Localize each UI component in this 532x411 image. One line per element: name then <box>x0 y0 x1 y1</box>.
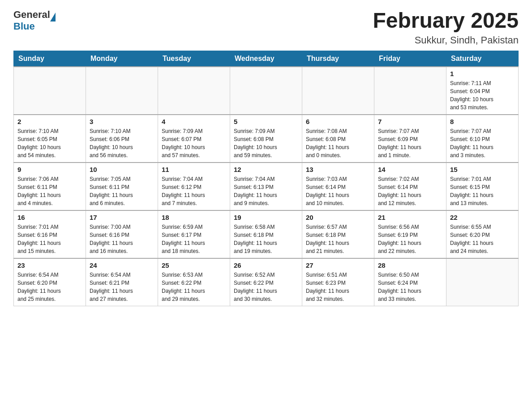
calendar-cell: 1Sunrise: 7:11 AM Sunset: 6:04 PM Daylig… <box>446 67 519 115</box>
calendar-cell <box>374 67 446 115</box>
logo-blue-text: Blue <box>13 21 35 32</box>
day-number: 12 <box>234 166 298 173</box>
calendar-table: SundayMondayTuesdayWednesdayThursdayFrid… <box>13 51 519 306</box>
day-number: 4 <box>162 118 226 125</box>
day-number: 19 <box>234 214 298 221</box>
calendar-cell: 20Sunrise: 6:57 AM Sunset: 6:18 PM Dayli… <box>302 210 374 258</box>
day-info: Sunrise: 6:54 AM Sunset: 6:20 PM Dayligh… <box>17 271 82 303</box>
calendar-cell: 27Sunrise: 6:51 AM Sunset: 6:23 PM Dayli… <box>302 258 374 306</box>
day-info: Sunrise: 7:07 AM Sunset: 6:09 PM Dayligh… <box>378 127 442 159</box>
day-info: Sunrise: 6:59 AM Sunset: 6:17 PM Dayligh… <box>162 223 226 255</box>
day-info: Sunrise: 7:07 AM Sunset: 6:10 PM Dayligh… <box>450 127 515 159</box>
day-info: Sunrise: 7:11 AM Sunset: 6:04 PM Dayligh… <box>450 79 515 111</box>
calendar-week-row: 23Sunrise: 6:54 AM Sunset: 6:20 PM Dayli… <box>14 258 519 306</box>
day-number: 9 <box>17 166 82 173</box>
column-header-monday: Monday <box>86 51 158 67</box>
day-info: Sunrise: 6:58 AM Sunset: 6:18 PM Dayligh… <box>234 223 298 255</box>
calendar-cell: 14Sunrise: 7:02 AM Sunset: 6:14 PM Dayli… <box>374 163 446 210</box>
day-info: Sunrise: 6:57 AM Sunset: 6:18 PM Dayligh… <box>306 223 370 255</box>
day-number: 22 <box>450 214 515 221</box>
calendar-cell: 8Sunrise: 7:07 AM Sunset: 6:10 PM Daylig… <box>446 115 519 163</box>
calendar-cell: 5Sunrise: 7:09 AM Sunset: 6:08 PM Daylig… <box>230 115 302 163</box>
calendar-week-row: 1Sunrise: 7:11 AM Sunset: 6:04 PM Daylig… <box>14 67 519 115</box>
day-number: 17 <box>90 214 154 221</box>
calendar-cell: 25Sunrise: 6:53 AM Sunset: 6:22 PM Dayli… <box>158 258 230 306</box>
calendar-cell: 16Sunrise: 7:01 AM Sunset: 6:16 PM Dayli… <box>14 210 86 258</box>
calendar-cell: 11Sunrise: 7:04 AM Sunset: 6:12 PM Dayli… <box>158 163 230 210</box>
column-header-saturday: Saturday <box>446 51 519 67</box>
day-number: 26 <box>234 261 298 269</box>
day-number: 21 <box>378 214 442 221</box>
calendar-cell: 24Sunrise: 6:54 AM Sunset: 6:21 PM Dayli… <box>86 258 158 306</box>
page-header: General Blue February 2025 Sukkur, Sindh… <box>13 9 519 46</box>
day-info: Sunrise: 7:02 AM Sunset: 6:14 PM Dayligh… <box>378 175 442 207</box>
column-header-friday: Friday <box>374 51 446 67</box>
day-number: 14 <box>378 166 442 173</box>
column-header-thursday: Thursday <box>302 51 374 67</box>
day-number: 15 <box>450 166 515 173</box>
day-number: 24 <box>90 261 154 269</box>
calendar-cell <box>158 67 230 115</box>
calendar-cell <box>302 67 374 115</box>
calendar-cell: 9Sunrise: 7:06 AM Sunset: 6:11 PM Daylig… <box>14 163 86 210</box>
day-number: 6 <box>306 118 370 125</box>
day-number: 5 <box>234 118 298 125</box>
column-header-tuesday: Tuesday <box>158 51 230 67</box>
title-block: February 2025 Sukkur, Sindh, Pakistan <box>373 9 519 46</box>
logo-triangle-icon <box>50 13 56 21</box>
calendar-cell <box>86 67 158 115</box>
logo: General Blue <box>13 9 56 32</box>
calendar-title: February 2025 <box>373 9 519 33</box>
calendar-cell <box>230 67 302 115</box>
day-number: 23 <box>17 261 82 269</box>
day-info: Sunrise: 7:04 AM Sunset: 6:13 PM Dayligh… <box>234 175 298 207</box>
calendar-cell: 10Sunrise: 7:05 AM Sunset: 6:11 PM Dayli… <box>86 163 158 210</box>
day-info: Sunrise: 6:56 AM Sunset: 6:19 PM Dayligh… <box>378 223 442 255</box>
day-info: Sunrise: 7:01 AM Sunset: 6:15 PM Dayligh… <box>450 175 515 207</box>
day-info: Sunrise: 7:10 AM Sunset: 6:05 PM Dayligh… <box>17 127 82 159</box>
calendar-cell: 15Sunrise: 7:01 AM Sunset: 6:15 PM Dayli… <box>446 163 519 210</box>
day-number: 11 <box>162 166 226 173</box>
day-number: 7 <box>378 118 442 125</box>
calendar-cell: 21Sunrise: 6:56 AM Sunset: 6:19 PM Dayli… <box>374 210 446 258</box>
day-info: Sunrise: 7:06 AM Sunset: 6:11 PM Dayligh… <box>17 175 82 207</box>
calendar-cell: 23Sunrise: 6:54 AM Sunset: 6:20 PM Dayli… <box>14 258 86 306</box>
day-info: Sunrise: 6:51 AM Sunset: 6:23 PM Dayligh… <box>306 271 370 303</box>
calendar-cell: 13Sunrise: 7:03 AM Sunset: 6:14 PM Dayli… <box>302 163 374 210</box>
day-number: 8 <box>450 118 515 125</box>
day-info: Sunrise: 6:50 AM Sunset: 6:24 PM Dayligh… <box>378 271 442 303</box>
logo-general-text: General <box>13 9 50 21</box>
day-number: 27 <box>306 261 370 269</box>
column-header-sunday: Sunday <box>14 51 86 67</box>
calendar-cell: 12Sunrise: 7:04 AM Sunset: 6:13 PM Dayli… <box>230 163 302 210</box>
calendar-cell <box>446 258 519 306</box>
day-info: Sunrise: 7:10 AM Sunset: 6:06 PM Dayligh… <box>90 127 154 159</box>
day-number: 3 <box>90 118 154 125</box>
calendar-cell: 7Sunrise: 7:07 AM Sunset: 6:09 PM Daylig… <box>374 115 446 163</box>
calendar-week-row: 16Sunrise: 7:01 AM Sunset: 6:16 PM Dayli… <box>14 210 519 258</box>
calendar-cell: 18Sunrise: 6:59 AM Sunset: 6:17 PM Dayli… <box>158 210 230 258</box>
day-number: 25 <box>162 261 226 269</box>
day-info: Sunrise: 6:55 AM Sunset: 6:20 PM Dayligh… <box>450 223 515 255</box>
day-info: Sunrise: 7:00 AM Sunset: 6:16 PM Dayligh… <box>90 223 154 255</box>
day-info: Sunrise: 6:54 AM Sunset: 6:21 PM Dayligh… <box>90 271 154 303</box>
calendar-header-row: SundayMondayTuesdayWednesdayThursdayFrid… <box>14 51 519 67</box>
day-info: Sunrise: 6:52 AM Sunset: 6:22 PM Dayligh… <box>234 271 298 303</box>
day-info: Sunrise: 7:09 AM Sunset: 6:07 PM Dayligh… <box>162 127 226 159</box>
calendar-subtitle: Sukkur, Sindh, Pakistan <box>373 34 519 46</box>
calendar-cell <box>14 67 86 115</box>
day-number: 1 <box>450 70 515 77</box>
day-info: Sunrise: 7:08 AM Sunset: 6:08 PM Dayligh… <box>306 127 370 159</box>
day-info: Sunrise: 7:03 AM Sunset: 6:14 PM Dayligh… <box>306 175 370 207</box>
day-number: 10 <box>90 166 154 173</box>
column-header-wednesday: Wednesday <box>230 51 302 67</box>
calendar-week-row: 9Sunrise: 7:06 AM Sunset: 6:11 PM Daylig… <box>14 163 519 210</box>
calendar-cell: 26Sunrise: 6:52 AM Sunset: 6:22 PM Dayli… <box>230 258 302 306</box>
day-number: 20 <box>306 214 370 221</box>
day-number: 2 <box>17 118 82 125</box>
day-info: Sunrise: 6:53 AM Sunset: 6:22 PM Dayligh… <box>162 271 226 303</box>
day-info: Sunrise: 7:01 AM Sunset: 6:16 PM Dayligh… <box>17 223 82 255</box>
calendar-cell: 4Sunrise: 7:09 AM Sunset: 6:07 PM Daylig… <box>158 115 230 163</box>
calendar-cell: 17Sunrise: 7:00 AM Sunset: 6:16 PM Dayli… <box>86 210 158 258</box>
day-number: 13 <box>306 166 370 173</box>
